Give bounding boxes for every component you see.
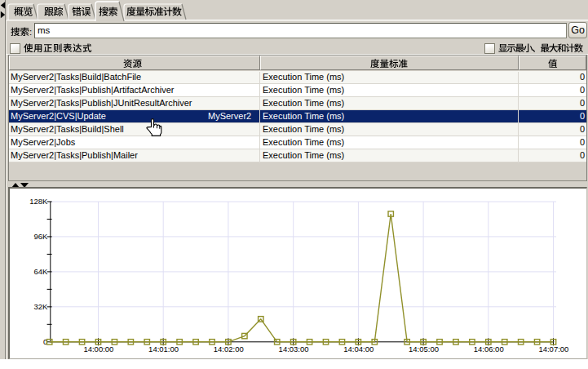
- svg-text:14:02:00: 14:02:00: [214, 345, 244, 353]
- svg-text:14:03:00: 14:03:00: [279, 345, 309, 353]
- svg-text:14:06:00: 14:06:00: [474, 345, 504, 353]
- svg-text:14:07:00: 14:07:00: [538, 345, 568, 353]
- svg-text:96K: 96K: [33, 232, 48, 241]
- svg-text:14:04:00: 14:04:00: [343, 345, 374, 353]
- svg-text:14:00:00: 14:00:00: [83, 345, 113, 353]
- svg-text:14:05:00: 14:05:00: [409, 345, 439, 353]
- svg-text:14:01:00: 14:01:00: [148, 345, 179, 353]
- svg-text:32K: 32K: [33, 302, 48, 311]
- svg-text:128K: 128K: [29, 197, 48, 206]
- svg-text:64K: 64K: [33, 267, 48, 276]
